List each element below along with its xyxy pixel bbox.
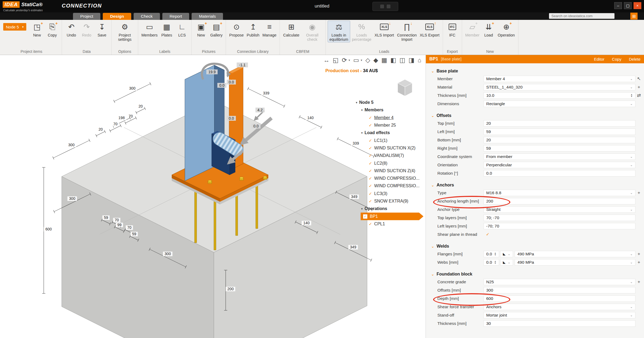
ribbon-connection-import-button[interactable]: ∏↓Connection Import [396, 21, 418, 42]
tree-item-bp1[interactable]: ✓BP1 [361, 212, 423, 220]
dimensions-icon[interactable]: ↔ [323, 57, 330, 63]
ribbon-manage-button[interactable]: ≡Manage [261, 21, 277, 38]
anchoring-length-mm-input[interactable]: 200 [484, 198, 635, 204]
ribbon-xls-import-button[interactable]: XLS↓XLS Import [374, 21, 395, 38]
tree-item-wind-suction-z-4[interactable]: ✓WIND SUCTION Z(4) [355, 167, 425, 175]
close-button[interactable]: × [634, 2, 641, 9]
spinner-arrows-icon[interactable]: ▲▼ [494, 260, 496, 264]
search-input[interactable] [549, 13, 614, 19]
expander-icon[interactable]: ▾ [356, 101, 357, 104]
bottom-mm-input[interactable]: 20 [484, 137, 635, 143]
tree-item-member-25[interactable]: ✓Member 25 [355, 122, 425, 129]
thickness-mm-stepper[interactable]: 10.0▲▼ [484, 92, 635, 99]
plus-icon[interactable]: + [635, 84, 642, 90]
ribbon-gallery-button[interactable]: ▤+Gallery [209, 21, 224, 38]
cursor-icon[interactable]: ↖ [635, 76, 642, 82]
top-layers-mm-input[interactable]: 70; -70 [484, 215, 635, 221]
view-mesh-icon[interactable]: ▦ [381, 57, 387, 63]
view-transparent-icon[interactable]: ◫ [400, 57, 405, 63]
section-chevron-icon[interactable]: ⌄ [431, 183, 434, 187]
tree-item-member-4[interactable]: ✓Member 4 [355, 114, 425, 122]
ribbon-new-button[interactable]: ▣+New [194, 21, 208, 38]
section-title-anchors[interactable]: ⌄Anchors [431, 182, 644, 189]
selection-box-icon[interactable]: ▭ [353, 57, 359, 63]
weld-type-select[interactable]: ◣⌄ [500, 251, 513, 257]
coordinate-system-select[interactable]: From member⌄ [484, 153, 635, 160]
tree-item-node-5[interactable]: ▾Node 5 [355, 99, 425, 106]
thickness-mm-input[interactable]: 30 [484, 320, 635, 327]
ribbon-calculate-button[interactable]: ⊞Calculate [282, 21, 300, 38]
flanges-mm-stepper[interactable]: 0.0▲▼ [484, 251, 499, 257]
rotation-input[interactable]: 0.0 [484, 170, 635, 177]
ribbon-xls-export-button[interactable]: XLS↑XLS Export [419, 21, 440, 38]
node-selector[interactable]: Node 5▾ [3, 23, 26, 31]
minimize-button[interactable]: – [614, 2, 622, 9]
expander-icon[interactable]: ▾ [361, 108, 363, 112]
expander-icon[interactable]: ▾ [361, 207, 363, 211]
ribbon-loads-in-equilibrium-button[interactable]: ⚖Loads in equilibrium [328, 21, 350, 42]
tree-item-wind-suction-x-2[interactable]: ✓WIND SUCTION X(2) [355, 144, 425, 152]
3d-viewport[interactable]: 3003392070198702014030033930034960059709… [0, 55, 426, 338]
tree-item-members[interactable]: ▾Members [355, 106, 425, 114]
view-shaded-icon[interactable]: ◧ [390, 57, 396, 63]
tab-project[interactable]: Project [73, 13, 100, 20]
offsets-mm-input[interactable]: 300 [484, 287, 635, 293]
app-grid-button[interactable]: ⊞ [630, 13, 638, 20]
type-select[interactable]: M16 8.8⌄ [484, 190, 635, 196]
tree-item-lc2-8[interactable]: ✓LC2(8) [355, 159, 425, 167]
delete-button[interactable]: Delete [629, 57, 641, 61]
tab-materials[interactable]: Materials [192, 13, 223, 20]
expander-icon[interactable]: ▾ [361, 131, 363, 135]
tab-report[interactable]: Report [162, 13, 189, 20]
orientation-select[interactable]: Perpendicular⌄ [484, 162, 635, 168]
concrete-grade-select[interactable]: N25⌄ [484, 279, 635, 285]
shear-plane-in-thread-checkbox[interactable]: ✓ [484, 231, 635, 238]
stand-off-select[interactable]: Mortar joint⌄ [484, 312, 635, 318]
tree-item-lc1-1[interactable]: ✓LC1(1) [355, 137, 425, 144]
plus-icon[interactable]: + [635, 190, 642, 196]
ribbon-load-button[interactable]: ⇊+Load [481, 21, 496, 38]
maximize-button[interactable]: ▢ [624, 2, 632, 9]
tree-item-load-effects[interactable]: ▾Load effects [355, 129, 425, 137]
weld-strength-select[interactable]: 490 MPa⌄ [515, 259, 635, 266]
webs-mm-stepper[interactable]: 0.0▲▼ [484, 259, 499, 266]
left-layers-mm-input[interactable]: -70; 70 [484, 223, 635, 229]
tree-item-wind-compressio[interactable]: ✓WIND COMPRESSIO... [355, 182, 425, 190]
dimensions-select[interactable]: Rectangle⌄ [484, 101, 635, 107]
rotate-view-icon-caret[interactable]: ▾ [349, 58, 350, 62]
rotate-view-icon[interactable]: ⟳ [342, 57, 347, 63]
member-select[interactable]: Member 4⌄ [484, 76, 635, 82]
section-chevron-icon[interactable]: ⌄ [431, 272, 434, 276]
ribbon-publish-button[interactable]: ↥Publish [246, 21, 261, 38]
item-checkbox[interactable]: ✓ [363, 214, 368, 219]
tree-item-lc3-3[interactable]: ✓LC3(3) [355, 190, 425, 197]
top-mm-input[interactable]: 20 [484, 120, 635, 127]
right-mm-input[interactable]: 59 [484, 145, 635, 152]
weld-type-select[interactable]: ◣⌄ [500, 259, 513, 266]
plus-icon[interactable]: + [635, 251, 642, 257]
spinner-arrows-icon[interactable]: ▲▼ [494, 252, 496, 256]
section-title-welds[interactable]: ⌄Welds [431, 243, 644, 250]
fit-view-icon[interactable]: ◱ [333, 57, 339, 63]
ribbon-project-settings-button[interactable]: ⚙Project settings [114, 21, 136, 42]
tree-item-cpl1[interactable]: ✓CPL1 [355, 220, 425, 228]
plus-icon[interactable]: + [635, 260, 642, 265]
section-chevron-icon[interactable]: ⌄ [431, 69, 434, 73]
tree-item-operations[interactable]: ▾Operations [355, 205, 425, 212]
section-chevron-icon[interactable]: ⌄ [431, 114, 434, 118]
ribbon-ifc-button[interactable]: IFCIFC [445, 21, 460, 38]
swap-icon[interactable]: ⇄ [635, 93, 642, 98]
view-solid-icon[interactable]: ◆ [374, 57, 378, 63]
ribbon-propose-button[interactable]: ⊙Propose [228, 21, 245, 38]
anchor-type-select[interactable]: Straight⌄ [484, 206, 635, 213]
tree-item-snow-extra-9[interactable]: ✓SNOW EXTRA(9) [355, 197, 425, 205]
shear-force-transfer-select[interactable]: Anchors⌄ [484, 304, 635, 310]
ribbon-new-button[interactable]: ◳+New [30, 21, 44, 38]
selection-box-icon-caret[interactable]: ▾ [361, 58, 362, 62]
ribbon-undo-button[interactable]: ↶Undo [64, 21, 79, 38]
home-view-icon[interactable]: ⌂ [418, 57, 421, 63]
spinner-arrows-icon[interactable]: ▲▼ [631, 94, 633, 97]
section-title-offsets[interactable]: ⌄Offsets [431, 112, 644, 119]
ribbon-save-button[interactable]: ↧Save [95, 21, 109, 38]
section-chevron-icon[interactable]: ⌄ [431, 244, 434, 248]
